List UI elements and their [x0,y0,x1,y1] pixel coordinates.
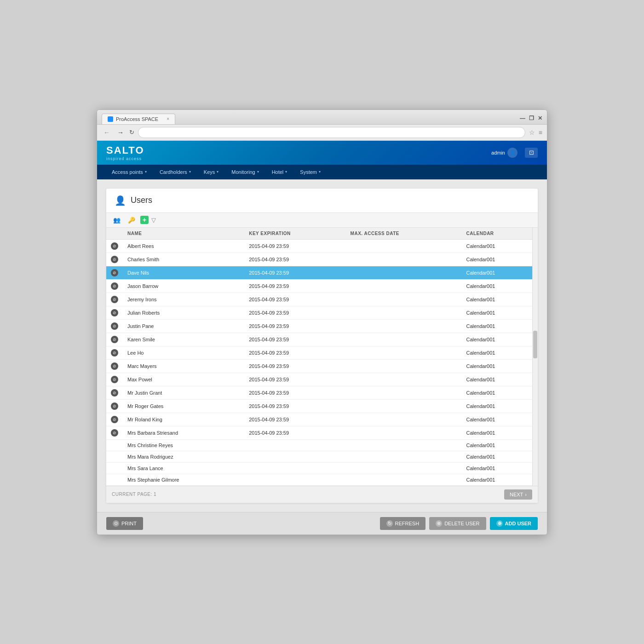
row-icon-cell: ⊘ [106,239,123,253]
row-icon-cell: ⊘ [106,279,123,293]
row-max-access [346,279,462,293]
row-name: Jason Barrow [123,279,244,293]
nav-item-cardholders[interactable]: Cardholders ▾ [154,165,196,179]
col-calendar[interactable]: CALENDAR [461,228,538,240]
panel-header: 👤 Users [106,189,538,213]
nav-item-monitoring[interactable]: Monitoring ▾ [226,165,264,179]
row-key-expiration: 2015-04-09 23:59 [244,346,345,359]
table-toolbar: 👥 🔑 + ▽ [106,213,538,228]
refresh-icon: ↻ [386,520,393,527]
user-icon-glyph: 👤 [509,150,516,156]
row-icon-cell: ⊘ [106,413,123,426]
table-row[interactable]: Mrs Stephanie GilmoreCalendar001 [106,474,538,485]
row-calendar: Calendar001 [461,346,538,359]
logo-sub: inspired access [106,156,142,161]
print-label: PRINT [121,521,137,526]
row-calendar: Calendar001 [461,306,538,319]
row-key-expiration [244,474,345,485]
row-icon-cell: ⊘ [106,359,123,373]
forward-button[interactable]: → [115,128,126,137]
row-calendar: Calendar001 [461,373,538,386]
add-label: ADD USER [505,521,531,526]
reload-button[interactable]: ↻ [129,129,134,136]
table-row[interactable]: Mrs Mara RodriguezCalendar001 [106,451,538,462]
table-row[interactable]: ⊘Mr Justin Grant2015-04-09 23:59Calendar… [106,386,538,399]
row-icon-cell: ⊘ [106,293,123,306]
col-icon [106,228,123,240]
col-key-expiration[interactable]: KEY EXPIRATION [244,228,345,240]
row-icon-cell: ⊘ [106,386,123,399]
delete-user-button[interactable]: ⊗ DELETE USER [429,517,486,530]
row-icon-cell [106,451,123,462]
row-max-access [346,306,462,319]
row-key-expiration: 2015-04-09 23:59 [244,426,345,439]
table-row[interactable]: ⊘Mr Roland King2015-04-09 23:59Calendar0… [106,413,538,426]
row-key-expiration: 2015-04-09 23:59 [244,266,345,279]
chevron-down-icon: ▾ [257,170,259,174]
back-button[interactable]: ← [102,128,112,137]
table-row[interactable]: ⊘Albert Rees2015-04-09 23:59Calendar001 [106,239,538,253]
nav-item-keys[interactable]: Keys ▾ [198,165,224,179]
tab-close-button[interactable]: × [167,116,169,121]
delete-label: DELETE USER [444,521,479,526]
row-max-access [346,413,462,426]
table-row[interactable]: ⊘Lee Ho2015-04-09 23:59Calendar001 [106,346,538,359]
add-icon: ⊕ [496,520,503,527]
header-user[interactable]: admin 👤 [491,148,518,158]
table-row[interactable]: ⊘Karen Smile2015-04-09 23:59Calendar001 [106,333,538,346]
table-row[interactable]: ⊘Julian Roberts2015-04-09 23:59Calendar0… [106,306,538,319]
table-row[interactable]: ⊘Mr Roger Gates2015-04-09 23:59Calendar0… [106,399,538,413]
add-user-button[interactable]: ⊕ ADD USER [490,517,538,530]
row-key-expiration [244,462,345,474]
key-icon-btn[interactable]: 🔑 [126,216,138,224]
nav-cardholders-label: Cardholders [160,169,187,175]
row-icon-cell: ⊘ [106,253,123,266]
table-row[interactable]: ⊘Justin Pane2015-04-09 23:59Calendar001 [106,319,538,333]
table-row[interactable]: ⊘Jason Barrow2015-04-09 23:59Calendar001 [106,279,538,293]
row-max-access [346,319,462,333]
print-button[interactable]: ⊙ PRINT [106,517,143,530]
row-name: Mrs Sara Lance [123,462,244,474]
row-calendar: Calendar001 [461,333,538,346]
users-icon-btn[interactable]: 👥 [111,216,123,224]
scrollbar-thumb[interactable] [533,331,537,358]
row-name: Lee Ho [123,346,244,359]
next-button[interactable]: NEXT › [504,489,532,500]
refresh-button[interactable]: ↻ REFRESH [380,517,426,530]
row-icon-cell: ⊘ [106,333,123,346]
nav-item-system[interactable]: System ▾ [294,165,326,179]
table-row[interactable]: ⊘Jeremy Irons2015-04-09 23:59Calendar001 [106,293,538,306]
users-table: NAME KEY EXPIRATION MAX. ACCESS DATE CAL… [106,228,538,486]
star-icon[interactable]: ☆ [529,129,535,136]
monitor-icon[interactable]: ⊡ [525,148,538,158]
table-row[interactable]: Mrs Sara LanceCalendar001 [106,462,538,474]
user-label: admin [491,150,505,155]
address-bar[interactable] [138,127,525,138]
table-row[interactable]: Mrs Christine ReyesCalendar001 [106,439,538,451]
row-calendar: Calendar001 [461,451,538,462]
chevron-down-icon: ▾ [319,170,321,174]
filter-button[interactable]: ▽ [151,217,156,224]
row-key-expiration: 2015-04-09 23:59 [244,373,345,386]
add-row-button[interactable]: + [140,216,149,224]
table-row[interactable]: ⊘Charles Smith2015-04-09 23:59Calendar00… [106,253,538,266]
table-row[interactable]: ⊘Marc Mayers2015-04-09 23:59Calendar001 [106,359,538,373]
table-row[interactable]: ⊘Dave Nils2015-04-09 23:59Calendar001 [106,266,538,279]
nav-item-access-points[interactable]: Access points ▾ [106,165,152,179]
table-row[interactable]: ⊘Mrs Barbara Striesand2015-04-09 23:59Ca… [106,426,538,439]
table-body: ⊘Albert Rees2015-04-09 23:59Calendar001⊘… [106,239,538,485]
nav-item-hotel[interactable]: Hotel ▾ [266,165,293,179]
scrollbar[interactable] [532,228,538,486]
close-button[interactable]: ✕ [538,115,542,121]
table-row[interactable]: ⊘Max Powel2015-04-09 23:59Calendar001 [106,373,538,386]
restore-button[interactable]: ❐ [529,115,534,121]
row-status-icon: ⊘ [111,336,118,343]
col-name[interactable]: NAME [123,228,244,240]
browser-tab[interactable]: ProAccess SPACE × [102,114,175,124]
row-max-access [346,373,462,386]
menu-icon[interactable]: ≡ [539,129,542,136]
row-name: Mr Roland King [123,413,244,426]
col-max-access[interactable]: MAX. ACCESS DATE [346,228,462,240]
minimize-button[interactable]: — [520,115,525,121]
row-max-access [346,293,462,306]
